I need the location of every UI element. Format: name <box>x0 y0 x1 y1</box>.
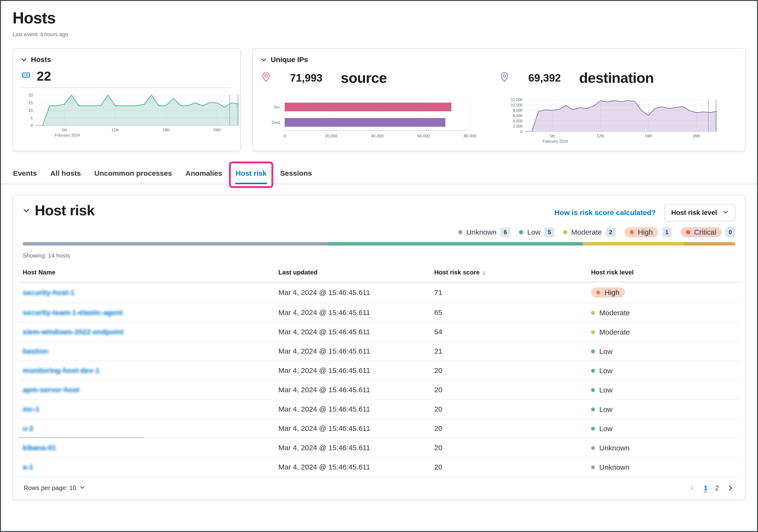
host-name-link[interactable]: u-2 <box>23 424 34 432</box>
pagination: 12 <box>687 483 735 493</box>
legend-dot-icon <box>630 230 634 234</box>
svg-text:2,000: 2,000 <box>513 124 523 128</box>
svg-text:40,000: 40,000 <box>371 134 384 138</box>
risk-level-dot-icon <box>591 408 595 411</box>
legend-label: High <box>638 228 653 236</box>
chevron-down-icon[interactable] <box>21 56 27 63</box>
risk-level-dot-icon <box>596 291 600 295</box>
host-name-link[interactable]: a-1 <box>23 463 33 471</box>
legend-label: Critical <box>694 228 716 236</box>
risk-score-help-link[interactable]: How is risk score calculated? <box>554 209 656 217</box>
table-row: u-2Mar 4, 2024 @ 15:46:45.61120Low <box>19 419 739 438</box>
risk-level-cell: Low <box>587 341 739 361</box>
svg-text:19th: 19th <box>162 128 170 132</box>
pagination-page-2[interactable]: 2 <box>714 483 719 493</box>
svg-text:60,000: 60,000 <box>417 134 430 138</box>
risk-level-dot-icon <box>591 388 595 392</box>
table-row: apm-server-hostMar 4, 2024 @ 15:46:45.61… <box>19 380 739 400</box>
tab-anomalies[interactable]: Anomalies <box>185 163 223 184</box>
risk-level-badge: Moderate <box>591 309 630 317</box>
map-pin-icon <box>260 71 272 85</box>
last-updated-cell: Mar 4, 2024 @ 15:46:45.611 <box>275 400 431 419</box>
risk-score-cell: 54 <box>431 322 587 341</box>
sort-descending-icon: ↓ <box>482 269 486 276</box>
risk-level-badge: Low <box>591 425 612 433</box>
host-name-link[interactable]: mc-1 <box>23 405 40 413</box>
host-name-link[interactable]: siem-windows-2022-endpoint <box>23 328 123 336</box>
host-name-link[interactable]: bastion <box>23 347 49 355</box>
legend-item-high: High1 <box>624 227 672 237</box>
source-label: source <box>341 70 387 86</box>
host-name-link[interactable]: security-team-1-elastic-agent <box>23 308 123 316</box>
hosts-count: 22 <box>37 70 51 83</box>
table-row: security-team-1-elastic-agentMar 4, 2024… <box>19 303 739 322</box>
last-event-text: Last event: 3 hours ago <box>13 31 745 38</box>
risk-legend: Unknown6Low5Moderate2High1Critical0 <box>19 221 739 242</box>
host-name-link[interactable]: security-host-1 <box>23 288 75 297</box>
host-name-link[interactable]: apm-server-host <box>23 386 79 394</box>
pagination-page-1[interactable]: 1 <box>703 483 708 493</box>
risk-score-cell: 20 <box>431 419 587 438</box>
legend-label: Unknown <box>466 228 497 236</box>
svg-text:20,000: 20,000 <box>325 134 337 138</box>
last-updated-cell: Mar 4, 2024 @ 15:46:45.611 <box>275 341 431 361</box>
tab-uncommon-processes[interactable]: Uncommon processes <box>94 163 172 184</box>
risk-table-body: security-host-1Mar 4, 2024 @ 15:46:45.61… <box>19 282 739 477</box>
host-name-link[interactable]: kibana-01 <box>23 443 56 452</box>
risk-score-cell: 20 <box>431 400 587 419</box>
last-updated-cell: Mar 4, 2024 @ 15:46:45.611 <box>275 282 431 303</box>
chevron-down-icon[interactable] <box>23 207 30 214</box>
tab-all-hosts[interactable]: All hosts <box>50 163 81 184</box>
table-row: mc-1Mar 4, 2024 @ 15:46:45.61120Low <box>19 400 739 419</box>
map-pin-icon <box>499 71 510 85</box>
svg-text:26th: 26th <box>213 128 221 132</box>
last-updated-cell: Mar 4, 2024 @ 15:46:45.611 <box>275 419 431 438</box>
distribution-segment-high <box>684 242 735 245</box>
risk-level-cell: Unknown <box>587 438 739 457</box>
svg-text:0: 0 <box>520 130 523 134</box>
svg-text:12,000: 12,000 <box>511 98 523 102</box>
svg-text:February 2024: February 2024 <box>55 133 80 137</box>
table-footer: Rows per page: 10 12 <box>19 477 739 499</box>
svg-text:0: 0 <box>284 134 286 138</box>
pagination-prev-button[interactable] <box>687 483 698 493</box>
legend-item-unknown: Unknown6 <box>458 228 510 237</box>
svg-text:10: 10 <box>28 108 33 113</box>
table-row: bastionMar 4, 2024 @ 15:46:45.61121Low <box>19 341 739 361</box>
rows-per-page-button[interactable]: Rows per page: 10 <box>23 482 86 494</box>
risk-score-cell: 71 <box>431 282 587 303</box>
table-row: a-1Mar 4, 2024 @ 15:46:45.61120Unknown <box>19 457 739 477</box>
tab-host-risk[interactable]: Host risk <box>235 163 267 184</box>
host-name-link[interactable]: monitoring-host-dev-1 <box>23 367 99 374</box>
chevron-down-icon[interactable] <box>260 56 267 63</box>
svg-text:80,000: 80,000 <box>464 134 476 138</box>
showing-count: Showing: 14 hosts <box>19 249 739 264</box>
annotation-highlight-box <box>229 161 273 188</box>
last-updated-cell: Mar 4, 2024 @ 15:46:45.611 <box>275 438 431 457</box>
unique-ips-panel-title: Unique IPs <box>271 55 308 64</box>
host-risk-level-filter-button[interactable]: Host risk level <box>664 204 735 221</box>
legend-item-moderate: Moderate2 <box>563 228 616 237</box>
pagination-next-button[interactable] <box>725 483 735 493</box>
table-row: siem-windows-2022-endpointMar 4, 2024 @ … <box>19 322 739 341</box>
svg-text:12th: 12th <box>112 128 119 132</box>
tab-events[interactable]: Events <box>13 163 37 184</box>
risk-level-badge: Unknown <box>591 444 630 452</box>
legend-dot-icon <box>686 230 690 234</box>
tab-sessions[interactable]: Sessions <box>280 163 312 184</box>
column-header-host-risk-score[interactable]: Host risk score↓ <box>431 264 587 282</box>
source-ips-stat: 71,993 source <box>260 70 499 86</box>
risk-level-badge: High <box>591 288 625 298</box>
risk-level-dot-icon <box>591 446 595 450</box>
svg-text:5th: 5th <box>62 128 67 132</box>
pagination-pages: 12 <box>703 483 719 493</box>
destination-ips-count: 69,392 <box>528 72 561 84</box>
horizontal-scrollbar-thumb[interactable] <box>19 437 144 438</box>
svg-text:10,000: 10,000 <box>511 103 523 107</box>
risk-level-badge: Moderate <box>591 328 630 336</box>
risk-level-dot-icon <box>591 311 595 315</box>
risk-level-badge: Unknown <box>591 463 630 472</box>
svg-text:19th: 19th <box>645 134 652 138</box>
legend-label: Low <box>527 228 540 236</box>
svg-text:20: 20 <box>28 93 33 97</box>
